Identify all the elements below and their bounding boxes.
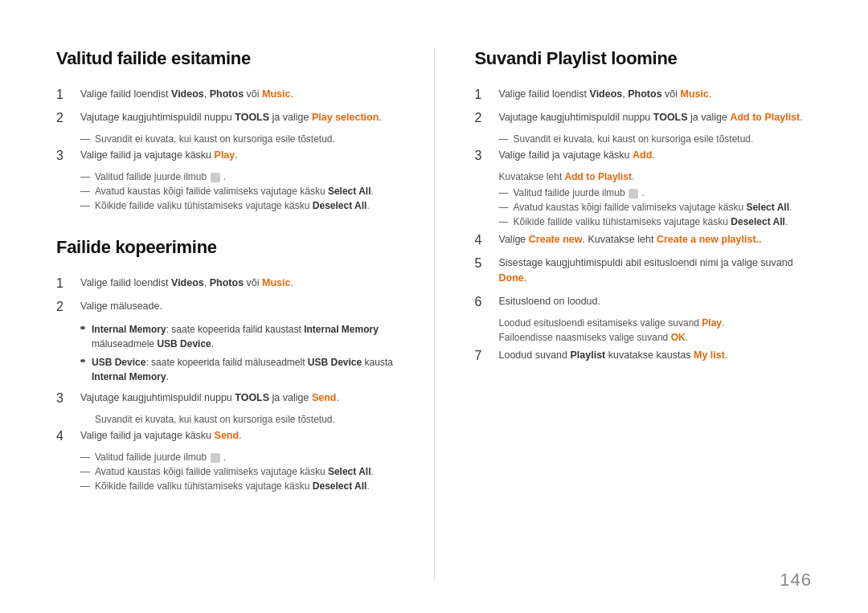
text-select-all: Select All [328, 186, 371, 197]
page-container: Valitud failide esitamine 1 Valige faili… [0, 0, 868, 613]
item-content-2-1: Valige failid loendist Videos, Photos võ… [80, 276, 293, 291]
note-2-4a: — Valitud failide juurde ilmub . [80, 452, 394, 463]
text-play-r: Play [702, 317, 722, 329]
right-item-content-4: Valige Create new. Kuvatakse leht Create… [499, 232, 762, 247]
right-item-content-2: Vajutage kaugjuhtimispuldil nuppu TOOLS … [499, 110, 803, 125]
note-text-1-3b: Avatud kaustas kõigi failide valimiseks … [95, 186, 374, 197]
right-item-4: 4 Valige Create new. Kuvatakse leht Crea… [475, 232, 813, 247]
item-content-2-2: Valige mäluseade. [80, 299, 162, 314]
right-item-1: 1 Valige failid loendist Videos, Photos … [475, 87, 813, 102]
right-item-content-1: Valige failid loendist Videos, Photos võ… [499, 87, 712, 102]
text-deselect-all: Deselect All [313, 200, 367, 211]
text-playlist: Playlist [570, 349, 605, 361]
section-failide-kopeerimine: Failide kopeerimine 1 Valige failid loen… [56, 237, 394, 495]
num-3: 3 [56, 149, 69, 163]
note-2-3: Suvandit ei kuvata, kui kaust on kursori… [80, 414, 394, 425]
text-send2: Send [215, 430, 240, 441]
note-1-3b: — Avatud kaustas kõigi failide valimisek… [80, 186, 394, 197]
right-item-content-6: Esitusloend on loodud. [499, 294, 600, 309]
text-videos2: Videos [171, 277, 204, 288]
left-item-2-3: 3 Vajutage kaugjuhtimispuldil nuppu TOOL… [56, 390, 394, 406]
rnum-1: 1 [475, 88, 488, 102]
num-2b: 2 [56, 300, 69, 314]
dash-icon: — [80, 466, 90, 477]
left-item-2-2: 2 Valige mäluseade. [56, 299, 394, 314]
note-1-3a: — Valitud failide juurde ilmub . [80, 171, 394, 182]
text-tools2: TOOLS [235, 392, 269, 403]
num-1b: 1 [56, 276, 69, 291]
dash-icon: — [499, 216, 509, 227]
text-videos: Videos [171, 88, 204, 100]
num-1: 1 [56, 88, 69, 102]
dash-icon: — [80, 200, 90, 211]
note-text-r-3c: Kõikide failide valiku tühistamiseks vaj… [514, 216, 788, 227]
item-content-1-2: Vajutage kaugjuhtimispuldil nuppu TOOLS … [80, 110, 382, 125]
note-text-r-2: Suvandit ei kuvata, kui kaust on kursori… [514, 133, 754, 145]
note-r-6b: Failoendisse naasmiseks valige suvand OK… [499, 332, 813, 343]
dash-icon: — [499, 202, 509, 213]
section2-title: Failide kopeerimine [56, 237, 394, 258]
left-item-1-3: 3 Valige failid ja vajutage käsku Play. [56, 148, 394, 163]
note-text-r-6b: Failoendisse naasmiseks valige suvand OK… [499, 332, 688, 343]
note-text-r-6a: Loodud esitusloendi esitamiseks valige s… [499, 317, 725, 329]
text-play: Play [215, 149, 235, 161]
num-2: 2 [56, 111, 69, 125]
item-content-1-1: Valige failid loendist Videos, Photos võ… [80, 87, 293, 102]
note-text-r-3b: Avatud kaustas kõigi failide valimiseks … [514, 202, 792, 213]
bullet-usb-device: USB Device: saate kopeerida failid mälus… [80, 355, 394, 384]
num-4b: 4 [56, 429, 69, 443]
item-content-2-3: Vajutage kaugjuhtimispuldil nuppu TOOLS … [80, 390, 339, 406]
left-item-1-2: 2 Vajutage kaugjuhtimispuldil nuppu TOOL… [56, 110, 394, 125]
left-item-2-4: 4 Valige failid ja vajutage käsku Send. [56, 428, 394, 443]
note-2-4c: — Kõikide failide valiku tühistamiseks v… [80, 480, 394, 492]
dash-icon: — [499, 187, 509, 198]
bullet-list: Internal Memory: saate kopeerida failid … [80, 322, 394, 384]
note-r-3b: — Avatud kaustas kõigi failide valimisek… [499, 202, 813, 213]
note-r-3a: — Valitud failide juurde ilmub . [499, 187, 813, 198]
dash-icon: — [80, 133, 90, 145]
kuvatakse-note: Kuvatakse leht Add to Playlist. [499, 171, 813, 182]
note-r-2: — Suvandit ei kuvata, kui kaust on kurso… [499, 133, 813, 145]
page-number: 146 [780, 570, 812, 591]
text-send: Send [312, 392, 337, 403]
text-done: Done [499, 272, 524, 284]
text-photos2: Photos [210, 277, 244, 288]
note-text-1-2: Suvandit ei kuvata, kui kaust on kursori… [95, 133, 335, 145]
left-item-1-1: 1 Valige failid loendist Videos, Photos … [56, 87, 394, 102]
right-item-6: 6 Esitusloend on loodud. [475, 294, 813, 309]
section-playlist-loomine: Suvandi Playlist loomine 1 Valige failid… [475, 48, 813, 371]
text-photos-r: Photos [628, 88, 661, 100]
rnum-5: 5 [475, 256, 488, 271]
text-create-new-playlist: Create a new playlist.. [657, 234, 762, 245]
check-icon-r [628, 189, 638, 198]
right-item-3: 3 Valige failid ja vajutage käsku Add. [475, 148, 813, 163]
column-divider [434, 48, 435, 581]
bullet-dot-icon [80, 326, 85, 329]
text-music: Music [262, 88, 290, 100]
right-column: Suvandi Playlist loomine 1 Valige failid… [475, 48, 813, 581]
left-column: Valitud failide esitamine 1 Valige faili… [56, 48, 394, 581]
note-text-2-4c: Kõikide failide valiku tühistamiseks vaj… [95, 480, 370, 492]
item-content-2-4: Valige failid ja vajutage käsku Send. [80, 428, 242, 443]
section-right-title: Suvandi Playlist loomine [475, 48, 813, 69]
left-item-2-1: 1 Valige failid loendist Videos, Photos … [56, 276, 394, 291]
text-create-new: Create new [529, 234, 583, 245]
dash-icon: — [499, 133, 509, 145]
note-text-1-3a: Valitud failide juurde ilmub . [95, 171, 226, 182]
note-text-r-3a: Valitud failide juurde ilmub . [514, 187, 645, 198]
dash-icon: — [80, 186, 90, 197]
note-text-2-4a: Valitud failide juurde ilmub . [95, 452, 226, 463]
text-add: Add [633, 149, 652, 161]
text-add-to-playlist: Add to Playlist [730, 112, 800, 123]
bullet-text-2: USB Device: saate kopeerida failid mälus… [92, 355, 394, 384]
note-r-6a: Loodud esitusloendi esitamiseks valige s… [499, 317, 813, 329]
item-content-1-3: Valige failid ja vajutage käsku Play. [80, 148, 238, 163]
text-play-selection: Play selection [312, 112, 379, 123]
text-photos: Photos [210, 88, 244, 100]
section1-title: Valitud failide esitamine [56, 48, 394, 69]
note-1-2: — Suvandit ei kuvata, kui kaust on kurso… [80, 133, 394, 145]
text-music2: Music [262, 277, 290, 288]
text-add-to-playlist-2: Add to Playlist [565, 171, 632, 182]
section-valitud-failide: Valitud failide esitamine 1 Valige faili… [56, 48, 394, 215]
num-3b: 3 [56, 391, 69, 406]
